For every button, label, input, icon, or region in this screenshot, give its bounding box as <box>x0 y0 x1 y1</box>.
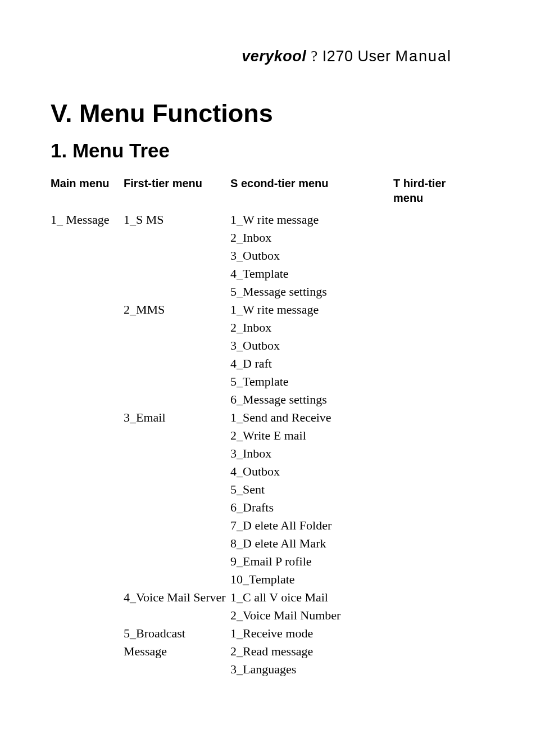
second-tier-item: 7_D elete All Folder <box>230 517 393 535</box>
first-tier-voice-mail: 4_Voice Mail Server <box>124 588 230 606</box>
column-first-tier: First-tier menu 1_S MS 2_MMS 3_Email 4_V… <box>124 176 230 678</box>
second-tier-item: 1_W rite message <box>230 301 393 319</box>
brand-name: verykool <box>242 48 306 65</box>
second-tier-item: 10_Template <box>230 571 393 588</box>
second-tier-item: 5_Sent <box>230 481 393 499</box>
column-second-tier: S econd-tier menu 1_W rite message 2_Inb… <box>230 176 393 678</box>
second-tier-item: 2_Read message <box>230 642 393 660</box>
second-tier-item: 4_Outbox <box>230 463 393 481</box>
main-menu-item: 1_ Message <box>51 211 124 229</box>
menu-tree-table: Main menu 1_ Message First-tier menu 1_S… <box>51 176 485 678</box>
section-title: 1. Menu Tree <box>51 139 485 162</box>
second-tier-item: 1_W rite message <box>230 211 393 229</box>
head-third-tier: T hird-tier menu <box>393 176 478 207</box>
second-tier-item: 2_Inbox <box>230 319 393 337</box>
second-tier-item: 6_Drafts <box>230 499 393 517</box>
second-tier-item: 5_Message settings <box>230 283 393 301</box>
head-second-tier: S econd-tier menu <box>230 176 393 207</box>
second-tier-item: 3_Languages <box>230 660 393 678</box>
manual-label: Manual <box>395 48 452 65</box>
second-tier-item: 9_Email P rofile <box>230 553 393 571</box>
second-tier-item: 3_Inbox <box>230 445 393 463</box>
second-tier-item: 1_C all V oice Mail <box>230 588 393 606</box>
second-tier-item: 3_Outbox <box>230 337 393 355</box>
model-name: I270 User <box>322 48 391 65</box>
first-tier-sms: 1_S MS <box>124 211 230 229</box>
first-tier-mms: 2_MMS <box>124 301 230 319</box>
second-tier-item: 4_Template <box>230 265 393 283</box>
head-main-menu: Main menu <box>51 176 124 207</box>
second-tier-item: 4_D raft <box>230 355 393 373</box>
second-tier-item: 2_Voice Mail Number <box>230 606 393 624</box>
column-third-tier: T hird-tier menu <box>393 176 478 678</box>
head-first-tier: First-tier menu <box>124 176 230 207</box>
second-tier-item: 1_Send and Receive <box>230 409 393 427</box>
second-tier-item: 6_Message settings <box>230 391 393 409</box>
second-tier-item: 2_Write E mail <box>230 427 393 445</box>
second-tier-item: 3_Outbox <box>230 247 393 265</box>
page-header: verykool ? I270 User Manual <box>51 48 485 65</box>
second-tier-item: 1_Receive mode <box>230 624 393 642</box>
second-tier-item: 5_Template <box>230 373 393 391</box>
page-title: V. Menu Functions <box>51 99 485 128</box>
question-mark: ? <box>311 48 317 65</box>
column-main-menu: Main menu 1_ Message <box>51 176 124 678</box>
first-tier-broadcast: 5_Broadcast Message <box>124 624 230 660</box>
second-tier-item: 8_D elete All Mark <box>230 535 393 553</box>
second-tier-item: 2_Inbox <box>230 229 393 247</box>
first-tier-email: 3_Email <box>124 409 230 427</box>
